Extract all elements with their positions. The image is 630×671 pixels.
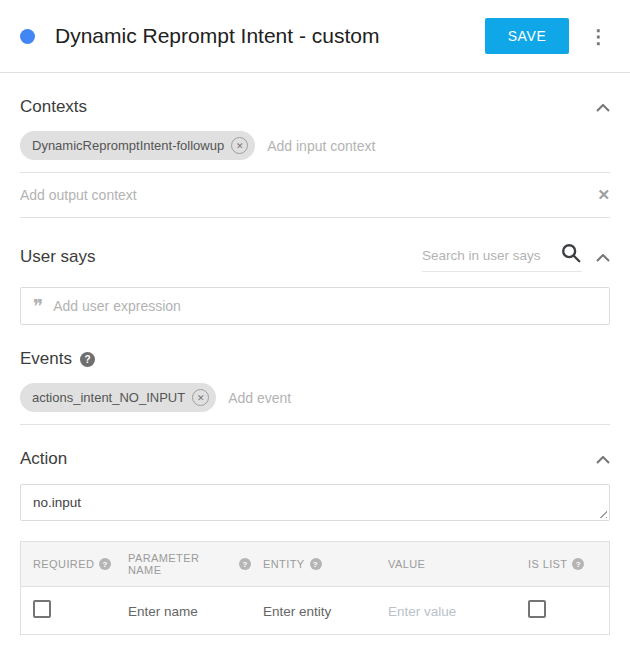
quote-icon: ❞ [33,297,43,316]
column-header-label: PARAMETER NAME [128,552,234,576]
intent-editor-page: Dynamic Reprompt Intent - custom SAVE ⋮ … [0,0,630,635]
user-says-section: User says ❞ [0,242,630,325]
input-context-chip-label: DynamicRepromptIntent-followup [32,138,224,153]
required-help-icon[interactable]: ? [99,558,111,570]
required-cell [21,600,116,622]
parameter-name-field[interactable] [128,604,251,619]
add-event-field[interactable] [228,390,610,406]
event-chip-label: actions_intent_NO_INPUT [32,390,185,405]
save-button[interactable]: SAVE [485,18,569,54]
user-says-section-head: User says [20,242,610,272]
search-icon[interactable] [560,242,582,268]
entity-cell [251,602,376,620]
parameter-name-help-icon[interactable]: ? [239,558,251,570]
entity-help-icon[interactable]: ? [310,558,322,570]
user-says-collapse-chevron-icon[interactable] [596,248,610,266]
user-says-heading: User says [20,247,96,267]
kebab-menu-icon[interactable]: ⋮ [587,23,610,50]
parameter-name-cell [116,602,251,620]
events-help-icon[interactable]: ? [80,352,95,367]
column-header-parameter-name: PARAMETER NAME ? [116,552,251,576]
contexts-section: Contexts DynamicRepromptIntent-followup … [0,97,630,218]
page-title: Dynamic Reprompt Intent - custom [55,24,379,48]
action-heading: Action [20,449,67,469]
add-output-context-field[interactable] [20,187,585,203]
parameters-table: REQUIRED ? PARAMETER NAME ? ENTITY ? VAL… [20,541,610,635]
column-header-required: REQUIRED ? [21,558,116,570]
chip-remove-icon[interactable]: ✕ [192,389,209,406]
event-chip[interactable]: actions_intent_NO_INPUT ✕ [20,383,216,412]
value-field[interactable] [388,604,516,619]
header-divider [0,72,630,73]
user-expression-box: ❞ [20,287,610,325]
output-contexts-row: ✕ [20,173,610,218]
action-section: Action [0,449,630,521]
column-header-label: VALUE [388,558,425,570]
column-header-label: ENTITY [263,558,305,570]
contexts-collapse-chevron-icon[interactable] [596,98,610,116]
search-user-says-input[interactable] [422,248,560,263]
action-collapse-chevron-icon[interactable] [596,450,610,468]
column-header-label: REQUIRED [33,558,94,570]
events-row: actions_intent_NO_INPUT ✕ [20,369,610,425]
events-section: Events ? actions_intent_NO_INPUT ✕ [0,349,630,425]
input-context-chip[interactable]: DynamicRepromptIntent-followup ✕ [20,131,255,160]
action-name-field[interactable] [33,495,597,510]
column-header-entity: ENTITY ? [251,558,376,570]
parameter-row [21,587,609,634]
is-list-help-icon[interactable]: ? [572,558,584,570]
intent-header: Dynamic Reprompt Intent - custom SAVE ⋮ [0,0,630,72]
column-header-value: VALUE [376,558,516,570]
user-says-search [422,242,582,272]
column-header-is-list: IS LIST ? [516,558,608,570]
required-checkbox[interactable] [33,600,51,618]
action-input-box [20,484,610,521]
events-heading: Events [20,349,72,369]
chip-remove-icon[interactable]: ✕ [231,137,248,154]
clear-output-context-icon[interactable]: ✕ [597,186,610,204]
events-section-head: Events ? [20,349,610,369]
action-section-head: Action [20,449,610,469]
is-list-checkbox[interactable] [528,600,546,618]
parameters-table-header: REQUIRED ? PARAMETER NAME ? ENTITY ? VAL… [21,542,609,587]
intent-priority-dot[interactable] [20,29,35,44]
add-input-context-field[interactable] [267,138,610,154]
value-cell [376,602,516,620]
input-contexts-row: DynamicRepromptIntent-followup ✕ [20,117,610,173]
contexts-section-head: Contexts [20,97,610,117]
column-header-label: IS LIST [528,558,567,570]
entity-field[interactable] [263,604,376,619]
is-list-cell [516,600,608,622]
contexts-heading: Contexts [20,97,87,117]
add-user-expression-field[interactable] [53,298,597,314]
resize-handle-icon[interactable] [596,507,607,518]
